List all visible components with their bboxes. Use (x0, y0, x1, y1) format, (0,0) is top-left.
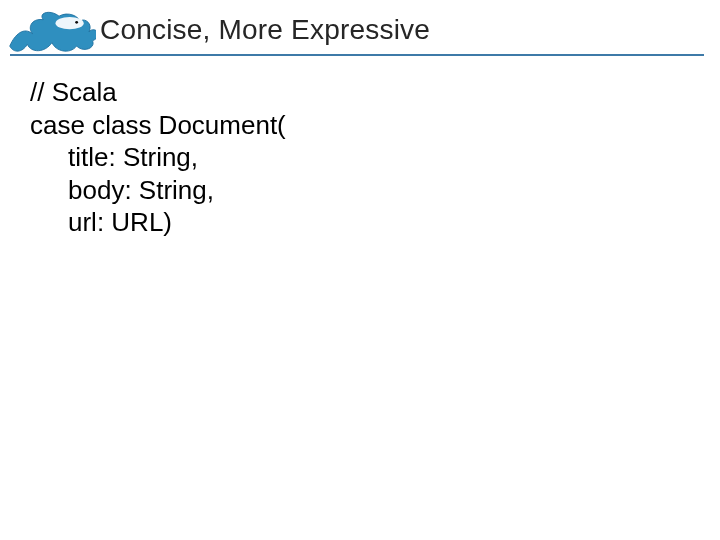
code-line-2: case class Document( (30, 110, 286, 140)
slide: Concise, More Expressive // Scala case c… (0, 0, 720, 540)
logo-icon (8, 6, 96, 58)
code-block: // Scala case class Document( title: Str… (30, 76, 286, 239)
code-line-4: body: String, (68, 175, 214, 205)
slide-header: Concise, More Expressive (0, 8, 720, 56)
slide-title: Concise, More Expressive (100, 14, 430, 46)
svg-point-1 (75, 21, 78, 24)
code-line-1: // Scala (30, 77, 117, 107)
svg-point-0 (56, 17, 84, 29)
title-divider (10, 54, 704, 56)
code-line-5: url: URL) (68, 207, 172, 237)
code-line-3: title: String, (68, 142, 198, 172)
